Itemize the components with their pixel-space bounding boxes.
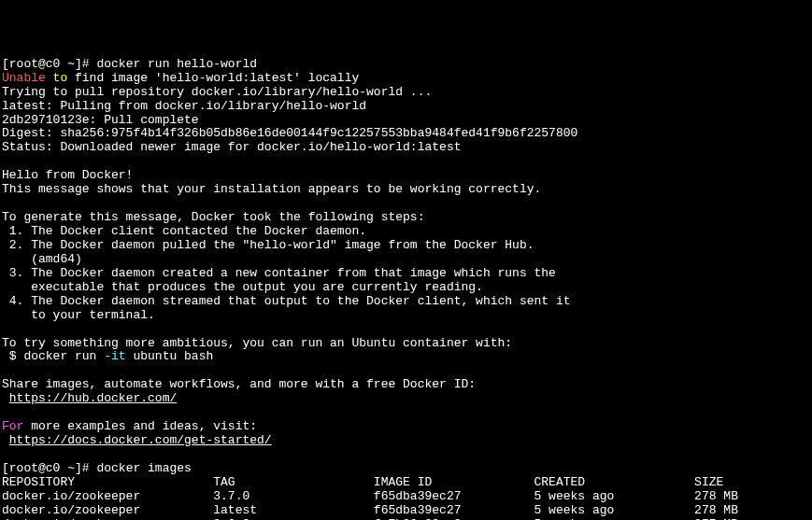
images-table: REPOSITORY TAG IMAGE ID CREATED SIZEdock…: [2, 476, 810, 520]
command: docker images: [96, 461, 191, 475]
error-keyword-to: to: [46, 71, 67, 85]
shell-prompt: [root@c0 ~]#: [2, 57, 96, 71]
output-line: 2. The Docker daemon pulled the "hello-w…: [2, 239, 810, 253]
output-line: 2db29710123e: Pull complete: [2, 114, 810, 128]
output-line: ubuntu bash: [126, 349, 214, 363]
docs-link[interactable]: https://docs.docker.com/get-started/: [9, 433, 272, 447]
output-line: $ docker run: [2, 349, 104, 363]
shell-prompt: [root@c0 ~]#: [2, 461, 96, 475]
output-line: Share images, automate workflows, and mo…: [2, 378, 810, 392]
table-row: docker.io/zookeeper 3.7.0 f65dba39ec27 5…: [2, 490, 810, 504]
table-row: docker.io/zookeeper latest f65dba39ec27 …: [2, 504, 810, 518]
error-rest: find image 'hello-world:latest' locally: [67, 71, 359, 85]
hub-link[interactable]: https://hub.docker.com/: [9, 391, 177, 405]
output-line: 4. The Docker daemon streamed that outpu…: [2, 295, 810, 309]
output-line: Trying to pull repository docker.io/libr…: [2, 86, 810, 100]
terminal-output[interactable]: [root@c0 ~]# docker run hello-worldUnabl…: [2, 58, 810, 520]
output-line: 1. The Docker client contacted the Docke…: [2, 225, 810, 239]
output-line: more examples and ideas, visit:: [23, 419, 257, 433]
error-keyword: Unable: [2, 71, 46, 85]
output-line: executable that produces the output you …: [2, 281, 810, 295]
output-line: (amd64): [2, 253, 810, 267]
output-line: Hello from Docker!: [2, 169, 810, 183]
output-line: latest: Pulling from docker.io/library/h…: [2, 100, 810, 114]
for-keyword: For: [2, 419, 23, 433]
output-line: 3. The Docker daemon created a new conta…: [2, 267, 810, 281]
command: docker run hello-world: [96, 57, 257, 71]
output-line: To generate this message, Docker took th…: [2, 211, 810, 225]
output-line: This message shows that your installatio…: [2, 183, 810, 197]
output-line: To try something more ambitious, you can…: [2, 337, 810, 351]
output-line: to your terminal.: [2, 309, 810, 323]
flag: -it: [104, 349, 125, 363]
output-line: Digest: sha256:975f4b14f326b05db86e16de0…: [2, 127, 810, 141]
output-line: Status: Downloaded newer image for docke…: [2, 141, 810, 155]
